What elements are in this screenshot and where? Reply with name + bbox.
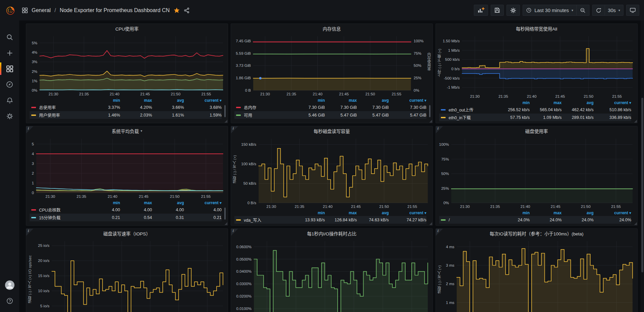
panel-chart[interactable]: 读取 (-) / 写入 (+)21:3021:3521:4021:4521:50… bbox=[436, 238, 637, 312]
legend-series-swatch[interactable] bbox=[441, 117, 446, 118]
legend-series-name[interactable]: 总使用率 bbox=[39, 104, 88, 110]
legend-sort-min[interactable]: min bbox=[88, 98, 120, 103]
legend-sort-current[interactable]: current ▾ bbox=[594, 100, 631, 105]
panel-title-bar[interactable]: 每1秒内I/O操作耗时占比 bbox=[231, 229, 432, 238]
sidebar-item-alerting[interactable] bbox=[0, 92, 19, 108]
legend-sort-current[interactable]: current ▾ bbox=[594, 211, 631, 215]
legend-series-swatch[interactable] bbox=[31, 209, 36, 211]
panel-resize-handle[interactable] bbox=[429, 222, 432, 225]
legend-sort-min[interactable]: min bbox=[88, 200, 120, 205]
panel-title-bar[interactable]: 内存信息 bbox=[231, 24, 432, 33]
zoom-out-button[interactable] bbox=[577, 5, 590, 16]
time-range-button[interactable]: Last 30 minutes ▾ bbox=[523, 5, 576, 16]
panel-resize-handle[interactable] bbox=[634, 222, 637, 225]
panel-chart[interactable]: 21:3021:3521:4021:4521:5021:55543210 bbox=[26, 135, 228, 199]
refresh-button[interactable] bbox=[592, 5, 605, 16]
legend-series-swatch[interactable] bbox=[236, 115, 241, 116]
legend-sort-max[interactable]: max bbox=[530, 211, 562, 215]
sidebar-item-create[interactable] bbox=[0, 45, 19, 61]
add-panel-button[interactable] bbox=[474, 5, 488, 16]
refresh-interval-button[interactable]: 30s ▾ bbox=[605, 5, 623, 16]
dashboard-settings-button[interactable] bbox=[506, 5, 520, 16]
legend-sort-max[interactable]: max bbox=[530, 100, 562, 105]
legend-series-name[interactable]: 总内存 bbox=[244, 104, 293, 110]
breadcrumb-folder[interactable]: General bbox=[32, 7, 51, 13]
legend-series-swatch[interactable] bbox=[236, 219, 241, 221]
panel-title-bar[interactable]: CPU使用率 bbox=[26, 24, 228, 33]
legend-sort-avg[interactable]: avg bbox=[357, 98, 389, 103]
legend-series-swatch[interactable] bbox=[31, 217, 36, 218]
panel-title-bar[interactable]: 每秒磁盘读写容量 bbox=[231, 126, 432, 135]
legend-sort-max[interactable]: max bbox=[120, 200, 152, 205]
legend-series-name[interactable]: eth0_in下载 bbox=[449, 114, 498, 121]
panel-title-bar[interactable]: 磁盘使用率 bbox=[436, 126, 637, 135]
legend-series-name[interactable]: vda_写入 bbox=[244, 217, 293, 223]
panel-resize-handle[interactable] bbox=[225, 222, 227, 225]
panel-info-icon[interactable]: i bbox=[436, 126, 443, 133]
cycle-view-mode-button[interactable] bbox=[626, 5, 639, 16]
panel-info-icon[interactable]: i bbox=[26, 126, 33, 133]
panel-chart[interactable]: 21:3021:3521:4021:4521:5021:555%4%3%2%1%… bbox=[26, 33, 228, 97]
grafana-logo[interactable] bbox=[3, 3, 17, 17]
legend-scrollbar[interactable] bbox=[224, 105, 226, 117]
favorite-star-icon[interactable] bbox=[174, 7, 180, 13]
legend-sort-avg[interactable]: avg bbox=[152, 200, 184, 205]
legend-sort-min[interactable]: min bbox=[293, 211, 325, 215]
page-scrollbar[interactable] bbox=[641, 20, 644, 312]
save-dashboard-button[interactable] bbox=[491, 5, 504, 16]
legend-series-name[interactable]: eth0_out上传 bbox=[449, 106, 498, 113]
legend-series-swatch[interactable] bbox=[441, 109, 446, 110]
panel-chart[interactable]: 读取 (-) / 写入 (+) I/O ops/sec21:3021:3521:… bbox=[26, 238, 228, 312]
legend-sort-min[interactable]: min bbox=[498, 100, 530, 105]
legend-scrollbar[interactable] bbox=[429, 105, 430, 117]
panel-chart[interactable]: 21:3021:3521:4021:4521:5021:55100%75%50%… bbox=[436, 135, 637, 210]
panel-chart[interactable]: 内存使用率21:3021:3521:4021:4521:5021:557.45 … bbox=[231, 33, 432, 97]
panel-chart[interactable]: 读取 (-) / 写入 (+)21:3021:3521:4021:4521:50… bbox=[231, 135, 432, 210]
legend-series-name[interactable]: / bbox=[449, 218, 498, 222]
legend-sort-current[interactable]: current ▾ bbox=[184, 98, 222, 103]
panel-resize-handle[interactable] bbox=[429, 120, 432, 123]
legend-series-swatch[interactable] bbox=[31, 115, 36, 116]
panel-chart[interactable]: 上传 (-) / 下载 (+)21:3021:3521:4021:4521:50… bbox=[436, 33, 637, 99]
legend-sort-avg[interactable]: avg bbox=[562, 100, 594, 105]
legend-sort-current[interactable]: current ▾ bbox=[184, 200, 222, 205]
legend-sort-avg[interactable]: avg bbox=[562, 211, 594, 215]
legend-sort-min[interactable]: min bbox=[498, 211, 530, 215]
sidebar-item-search[interactable] bbox=[0, 29, 19, 45]
legend-sort-current[interactable]: current ▾ bbox=[389, 98, 426, 103]
panel-title-bar[interactable]: 每秒网络带宽使用All bbox=[436, 24, 637, 33]
sidebar-item-help[interactable] bbox=[0, 293, 19, 309]
legend-sort-max[interactable]: max bbox=[120, 98, 152, 103]
share-icon[interactable] bbox=[184, 7, 190, 13]
panel-title-bar[interactable]: 系统平均负载▾ bbox=[26, 126, 228, 135]
user-avatar[interactable] bbox=[0, 277, 19, 293]
panel-resize-handle[interactable] bbox=[634, 120, 637, 123]
sidebar-item-dashboards[interactable] bbox=[0, 61, 19, 77]
legend-sort-max[interactable]: max bbox=[325, 211, 357, 215]
panel-chart[interactable]: 21:3021:3521:4021:4521:5021:550.0600%0.0… bbox=[231, 238, 432, 312]
legend-sort-max[interactable]: max bbox=[325, 98, 357, 103]
legend-series-swatch[interactable] bbox=[31, 107, 36, 108]
panel-info-icon[interactable]: i bbox=[436, 229, 443, 236]
legend-sort-min[interactable]: min bbox=[293, 98, 325, 103]
panel-resize-handle[interactable] bbox=[225, 120, 227, 123]
legend-sort-avg[interactable]: avg bbox=[152, 98, 184, 103]
legend-scrollbar[interactable] bbox=[224, 208, 226, 220]
panel-title-bar[interactable]: 磁盘读写速率（IOPS） bbox=[26, 229, 228, 238]
panel-info-icon[interactable]: i bbox=[231, 126, 238, 133]
legend-series-swatch[interactable] bbox=[441, 219, 446, 221]
dashboard-title[interactable]: Node Exporter for Prometheus Dashboard C… bbox=[60, 7, 169, 13]
panel-info-icon[interactable]: i bbox=[231, 229, 238, 236]
legend-sort-current[interactable]: current ▾ bbox=[389, 211, 426, 215]
legend-series-name[interactable]: CPU总核数 bbox=[39, 207, 88, 213]
page-scrollbar-thumb[interactable] bbox=[641, 98, 643, 272]
legend-sort-avg[interactable]: avg bbox=[357, 211, 389, 215]
sidebar-item-explore[interactable] bbox=[0, 77, 19, 92]
panel-info-icon[interactable]: i bbox=[26, 229, 33, 236]
legend-series-swatch[interactable] bbox=[236, 107, 241, 108]
legend-series-name[interactable]: 用户使用率 bbox=[39, 112, 88, 118]
panel-title-bar[interactable]: 每次IO读写的耗时（参考：小于100ms）(beta) bbox=[436, 229, 637, 238]
sidebar-item-configuration[interactable] bbox=[0, 108, 19, 124]
legend-series-name[interactable]: 15分钟负载 bbox=[39, 214, 88, 221]
legend-series-name[interactable]: 可用 bbox=[244, 112, 293, 118]
